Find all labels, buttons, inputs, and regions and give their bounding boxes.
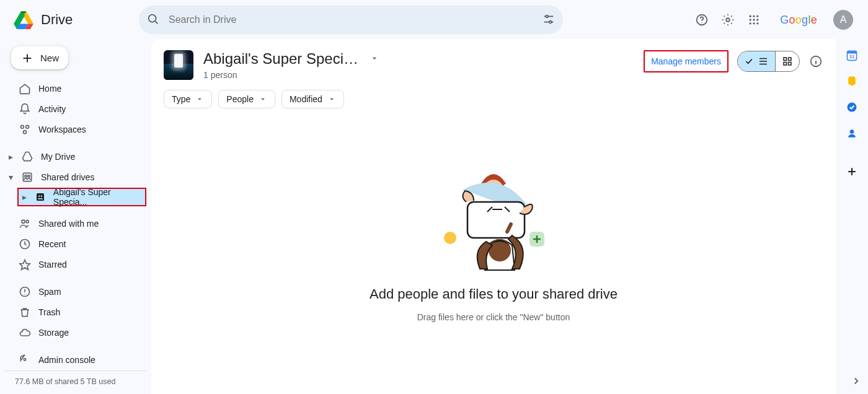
svg-point-19 [756, 19, 758, 20]
sidebar-item-workspaces[interactable]: Workspaces [5, 120, 146, 139]
svg-point-17 [750, 19, 751, 20]
svg-point-13 [726, 18, 730, 22]
svg-rect-71 [848, 51, 857, 53]
list-view-button[interactable] [738, 51, 775, 71]
svg-rect-49 [789, 58, 792, 61]
svg-text:31: 31 [849, 54, 854, 59]
svg-point-10 [549, 20, 552, 23]
svg-point-8 [546, 15, 548, 17]
sidebar-item-shared-with-me[interactable]: Shared with me [5, 214, 146, 234]
svg-point-12 [701, 22, 702, 23]
sidebar-item-admin-console[interactable]: Admin console [5, 350, 146, 370]
sidebar-item-spam[interactable]: Spam [5, 282, 146, 302]
grid-icon [782, 56, 793, 67]
svg-rect-29 [23, 173, 31, 181]
svg-point-22 [756, 22, 758, 24]
spam-icon [19, 286, 31, 298]
svg-line-6 [155, 20, 157, 23]
star-icon [19, 258, 31, 271]
svg-point-25 [20, 125, 24, 128]
workspaces-icon [19, 123, 31, 136]
filter-chip-modified[interactable]: Modified [281, 90, 344, 108]
svg-point-14 [750, 15, 751, 17]
member-count-text: 1 person [203, 70, 379, 80]
empty-state-illustration [425, 159, 562, 276]
svg-point-74 [850, 129, 854, 134]
sidebar-item-my-drive[interactable]: ▸ My Drive [5, 147, 146, 167]
sidebar-item-label: Trash [38, 307, 60, 317]
sidebar-item-activity[interactable]: Activity [5, 99, 146, 119]
contacts-icon[interactable] [846, 127, 858, 139]
apps-grid-icon[interactable] [746, 12, 761, 27]
shared-drive-thumbnail [164, 50, 193, 80]
expand-icon[interactable]: ▸ [22, 192, 29, 202]
info-icon[interactable] [808, 54, 823, 69]
help-icon[interactable] [694, 12, 709, 27]
tasks-icon[interactable] [846, 101, 858, 113]
svg-point-5 [149, 14, 156, 22]
svg-point-36 [26, 221, 29, 223]
sidebar-item-recent[interactable]: Recent [5, 234, 146, 254]
settings-icon[interactable] [720, 12, 735, 27]
svg-marker-44 [373, 57, 377, 59]
manage-members-button[interactable]: Manage members [644, 50, 728, 72]
sidebar-item-label: Workspaces [38, 125, 86, 134]
add-icon[interactable] [846, 165, 858, 178]
svg-point-65 [444, 232, 456, 244]
chevron-down-icon [327, 95, 336, 103]
brand[interactable]: Drive [7, 7, 135, 32]
account-avatar[interactable]: A [833, 10, 853, 30]
search-options-icon[interactable] [542, 12, 556, 28]
my-drive-icon [21, 151, 33, 163]
empty-state: Add people and files to your shared driv… [151, 111, 836, 394]
bell-icon [19, 103, 31, 115]
title-dropdown-icon[interactable] [370, 53, 379, 65]
storage-usage-text: 77.6 MB of shared 5 TB used [5, 370, 146, 394]
list-icon [758, 56, 769, 67]
sidebar-item-trash[interactable]: Trash [5, 302, 146, 322]
chip-label: Type [172, 94, 190, 104]
sidebar-item-shared-drives[interactable]: ▾ Shared drives [5, 167, 146, 187]
sidebar-item-sub-drive-selected[interactable]: ▸ Abigail's Super Specia... [17, 188, 146, 206]
svg-point-15 [753, 15, 755, 17]
svg-point-20 [750, 22, 751, 24]
new-button[interactable]: New [11, 46, 68, 69]
sidebar-item-home[interactable]: Home [5, 79, 146, 98]
search-bar[interactable] [139, 6, 563, 34]
svg-marker-55 [198, 98, 202, 100]
svg-rect-32 [37, 193, 44, 201]
calendar-icon[interactable]: 31 [846, 49, 858, 61]
svg-point-41 [24, 294, 25, 295]
filter-chip-people[interactable]: People [218, 90, 275, 108]
view-toggle [737, 51, 800, 72]
svg-marker-57 [330, 98, 334, 100]
sidebar-item-label: Home [38, 84, 61, 94]
svg-point-31 [28, 175, 30, 177]
collapse-icon[interactable]: ▾ [9, 172, 15, 182]
search-icon [146, 12, 160, 28]
google-text: Google [780, 14, 817, 27]
cloud-icon [19, 326, 31, 339]
keep-icon[interactable] [846, 75, 858, 87]
svg-point-26 [26, 125, 29, 128]
side-panel: 31 [836, 40, 868, 394]
sidebar-item-storage[interactable]: Storage [5, 323, 146, 343]
shared-drive-title[interactable]: Abigail's Super Special S... [203, 50, 365, 68]
sidebar: New Home Activity Workspaces ▸ My Drive [0, 40, 151, 394]
svg-point-27 [24, 131, 27, 134]
svg-rect-50 [784, 63, 787, 66]
admin-icon [19, 354, 31, 366]
sidebar-item-starred[interactable]: Starred [5, 255, 146, 274]
empty-heading: Add people and files to your shared driv… [370, 286, 618, 302]
svg-point-30 [25, 175, 27, 177]
svg-marker-38 [20, 260, 30, 270]
grid-view-button[interactable] [776, 51, 799, 71]
chip-label: People [226, 94, 254, 104]
expand-icon[interactable]: ▸ [9, 152, 15, 162]
sidebar-item-label: Recent [38, 239, 66, 249]
filter-chip-type[interactable]: Type [164, 90, 212, 108]
hide-side-panel-icon[interactable] [851, 375, 862, 388]
shared-drive-icon [35, 191, 46, 203]
sidebar-item-label: My Drive [41, 152, 75, 162]
search-input[interactable] [167, 14, 534, 26]
